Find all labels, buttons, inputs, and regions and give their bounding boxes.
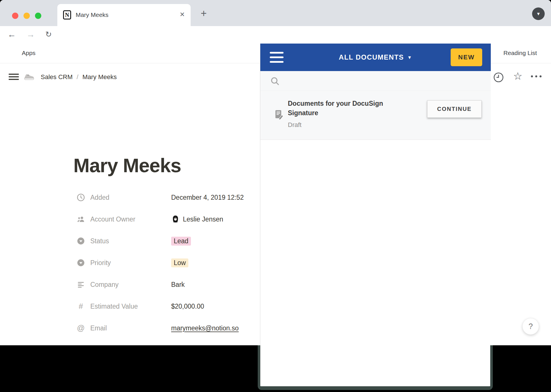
property-label: Estimated Value: [90, 303, 171, 310]
window-zoom-button[interactable]: [35, 13, 41, 19]
property-label: Priority: [90, 259, 171, 267]
status-chip: Lead: [171, 237, 191, 246]
document-search-bar[interactable]: [260, 71, 491, 91]
page-more-icon[interactable]: [531, 75, 542, 77]
browser-toolbar: ← → ↻ notion.so/camacme/Mary-Meeks-2219a…: [0, 26, 551, 44]
document-info: Documents for your DocuSign Signature Dr…: [288, 99, 400, 129]
property-label: Company: [90, 281, 171, 289]
tab-close-icon[interactable]: ✕: [180, 11, 185, 18]
at-sign-icon: @: [77, 324, 85, 333]
property-value-owner[interactable]: Leslie Jensen: [171, 215, 223, 224]
property-row-email[interactable]: @ Email marymeeks@notion.so: [77, 317, 277, 339]
document-edit-icon: [273, 109, 284, 119]
docusign-popup: ALL DOCUMENTS▼ NEW Documents for your Do…: [260, 44, 491, 386]
dropdown-arrow-icon: ▼: [407, 44, 412, 71]
property-row-added[interactable]: Added December 4, 2019 12:52: [77, 187, 277, 208]
sidebar-toggle-icon[interactable]: [9, 74, 19, 80]
property-label: Added: [90, 194, 171, 201]
property-row-priority[interactable]: Priority Low: [77, 252, 277, 274]
property-value-estimated[interactable]: $20,000.00: [171, 303, 204, 310]
breadcrumb-separator: /: [77, 73, 78, 81]
property-value-email[interactable]: marymeeks@notion.so: [171, 324, 239, 332]
property-row-status[interactable]: Status Lead: [77, 230, 277, 252]
window-minimize-button[interactable]: [24, 13, 30, 19]
clock-icon: [77, 193, 85, 202]
property-label: Account Owner: [90, 215, 171, 223]
property-list: Added December 4, 2019 12:52 Account Own…: [77, 187, 277, 339]
number-hash-icon: #: [79, 302, 83, 311]
help-button[interactable]: ?: [522, 318, 539, 335]
select-circle-icon: [77, 237, 85, 245]
text-lines-icon: [77, 280, 85, 289]
browser-tab[interactable]: N Mary Meeks ✕: [57, 4, 191, 26]
tab-strip: N Mary Meeks ✕ + ▾: [0, 0, 551, 26]
property-value-company[interactable]: Bark: [171, 281, 185, 289]
breadcrumb-current[interactable]: Mary Meeks: [82, 73, 117, 81]
reading-list-button[interactable]: Reading List: [503, 44, 537, 62]
search-icon: [270, 76, 280, 86]
document-list-item[interactable]: Documents for your DocuSign Signature Dr…: [260, 91, 491, 140]
new-tab-button[interactable]: +: [201, 7, 207, 19]
back-button[interactable]: ←: [7, 26, 16, 44]
new-document-button[interactable]: NEW: [451, 48, 482, 66]
select-circle-icon: [77, 258, 85, 267]
property-label: Email: [90, 324, 171, 332]
updates-clock-icon[interactable]: [493, 72, 504, 83]
property-label: Status: [90, 237, 171, 245]
people-icon: [77, 215, 85, 224]
owner-avatar: [171, 215, 180, 224]
document-status: Draft: [288, 121, 400, 129]
tab-search-chevron-icon[interactable]: ▾: [532, 7, 545, 20]
property-value-status[interactable]: Lead: [171, 237, 191, 246]
property-row-estimated-value[interactable]: # Estimated Value $20,000.00: [77, 295, 277, 317]
reload-button[interactable]: ↻: [45, 26, 52, 44]
forward-button[interactable]: →: [26, 26, 35, 44]
sneaker-page-icon: [23, 71, 34, 82]
property-value-priority[interactable]: Low: [171, 258, 188, 267]
property-value-added[interactable]: December 4, 2019 12:52: [171, 194, 244, 201]
apps-shortcut[interactable]: Apps: [22, 44, 36, 62]
tab-title: Mary Meeks: [76, 11, 108, 18]
breadcrumb: Sales CRM/Mary Meeks: [41, 63, 117, 91]
property-row-company[interactable]: Company Bark: [77, 274, 277, 295]
window-close-button[interactable]: [12, 13, 18, 19]
document-title: Documents for your DocuSign Signature: [288, 99, 400, 118]
continue-button[interactable]: CONTINUE: [427, 100, 482, 118]
favorite-star-icon[interactable]: ☆: [513, 70, 522, 82]
docusign-header: ALL DOCUMENTS▼ NEW: [260, 44, 491, 71]
page-title[interactable]: Mary Meeks: [73, 154, 181, 177]
breadcrumb-root[interactable]: Sales CRM: [41, 73, 73, 81]
owner-name: Leslie Jensen: [183, 215, 223, 223]
property-row-account-owner[interactable]: Account Owner Leslie Jensen: [77, 208, 277, 230]
notion-favicon: N: [63, 10, 71, 19]
priority-chip: Low: [171, 258, 188, 267]
